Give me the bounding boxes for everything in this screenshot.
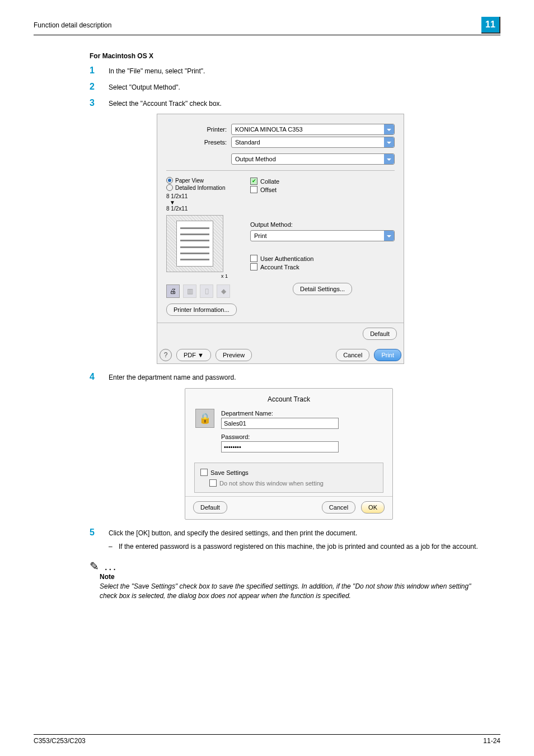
panel-value: Output Method: [235, 156, 276, 162]
paper-view-label: Paper View: [175, 178, 204, 184]
paper-size-bottom: 8 1/2x11: [166, 206, 245, 212]
detailed-info-radio[interactable]: [166, 184, 173, 191]
paper-view-radio[interactable]: [166, 177, 173, 184]
chevron-down-icon: [384, 231, 394, 241]
step-number: 3: [90, 98, 109, 108]
password-label: Password:: [221, 433, 382, 440]
do-not-show-checkbox[interactable]: [209, 479, 217, 487]
department-name-label: Department Name:: [221, 410, 382, 417]
pdf-button[interactable]: PDF ▼: [176, 349, 211, 361]
step-text: Select "Output Method".: [109, 83, 180, 92]
output-method-combo[interactable]: Print: [250, 230, 395, 241]
account-track-checkbox[interactable]: [250, 263, 257, 270]
note-heading: Note: [100, 573, 481, 581]
step-number: 1: [90, 66, 109, 76]
chevron-down-icon: [384, 137, 394, 147]
output-method-value: Print: [254, 232, 267, 239]
save-settings-checkbox[interactable]: [200, 469, 208, 476]
save-settings-label: Save Settings: [210, 469, 249, 476]
presets-combo[interactable]: Standard: [231, 137, 395, 148]
cancel-button[interactable]: Cancel: [322, 501, 355, 514]
section-header: Function detail description: [34, 21, 111, 29]
offset-checkbox[interactable]: [250, 186, 257, 193]
orientation-arrow-icon: ▼: [170, 199, 245, 206]
finisher-icon: ▥: [183, 284, 196, 298]
user-auth-label: User Authentication: [260, 255, 313, 262]
preview-button[interactable]: Preview: [216, 349, 252, 361]
cancel-button[interactable]: Cancel: [336, 349, 369, 361]
account-track-dialog-screenshot: Account Track 🔒 Department Name: Sales01…: [185, 388, 393, 520]
output-method-label: Output Method:: [250, 221, 395, 228]
list-dash: –: [109, 543, 119, 550]
chevron-down-icon: [384, 154, 394, 164]
footer-model: C353/C253/C203: [34, 737, 86, 745]
printer-icon[interactable]: 🖨: [166, 284, 180, 298]
do-not-show-label: Do not show this window when setting: [219, 480, 324, 487]
subsection-title: For Macintosh OS X: [90, 52, 481, 60]
step-subtext: If the entered password is a password re…: [119, 543, 478, 550]
paper-size-top: 8 1/2x11: [166, 193, 245, 199]
presets-label: Presets:: [166, 139, 231, 146]
step-text: Enter the department name and password.: [109, 373, 236, 382]
note-icon: ✎ ...: [90, 559, 481, 573]
print-dialog-screenshot: Printer: KONICA MINOLTA C353 Presets: St…: [157, 114, 404, 364]
punch-icon: ◆: [217, 284, 230, 298]
chevron-down-icon: [384, 124, 394, 134]
print-button[interactable]: Print: [374, 349, 401, 361]
stapler-icon: ⌷: [200, 284, 213, 298]
department-name-input[interactable]: Sales01: [221, 418, 339, 429]
help-icon[interactable]: ?: [160, 349, 172, 361]
chapter-badge: 11: [481, 17, 500, 34]
collate-checkbox[interactable]: ✔: [250, 178, 257, 185]
presets-value: Standard: [235, 139, 260, 146]
step-text: Select the "Account Track" check box.: [109, 99, 222, 109]
panel-combo[interactable]: Output Method: [231, 153, 395, 165]
lock-icon: 🔒: [195, 409, 214, 428]
detailed-info-label: Detailed Information: [175, 185, 226, 191]
account-track-label: Account Track: [260, 264, 299, 270]
step-number: 5: [90, 528, 109, 538]
step-number: 4: [90, 372, 109, 382]
printer-label: Printer:: [166, 126, 231, 133]
copy-count: x 1: [166, 273, 245, 279]
dialog-title: Account Track: [185, 393, 392, 409]
printer-info-button[interactable]: Printer Information...: [166, 304, 237, 316]
paper-preview: [166, 215, 223, 272]
collate-label: Collate: [260, 178, 279, 185]
password-input[interactable]: ••••••••: [221, 441, 339, 452]
step-text: In the "File" menu, select "Print".: [109, 67, 205, 76]
note-text: Select the "Save Settings" check box to …: [100, 582, 481, 601]
offset-label: Offset: [260, 186, 277, 193]
printer-combo[interactable]: KONICA MINOLTA C353: [231, 124, 395, 135]
detail-settings-button[interactable]: Detail Settings...: [293, 283, 352, 295]
step-text: Click the [OK] button, and specify the d…: [109, 529, 357, 538]
step-number: 2: [90, 82, 109, 92]
user-auth-checkbox[interactable]: [250, 255, 257, 262]
default-button[interactable]: Default: [363, 328, 397, 340]
ok-button[interactable]: OK: [361, 501, 385, 514]
footer-page: 11-24: [483, 737, 500, 745]
printer-value: KONICA MINOLTA C353: [235, 126, 303, 133]
default-button[interactable]: Default: [193, 501, 227, 514]
